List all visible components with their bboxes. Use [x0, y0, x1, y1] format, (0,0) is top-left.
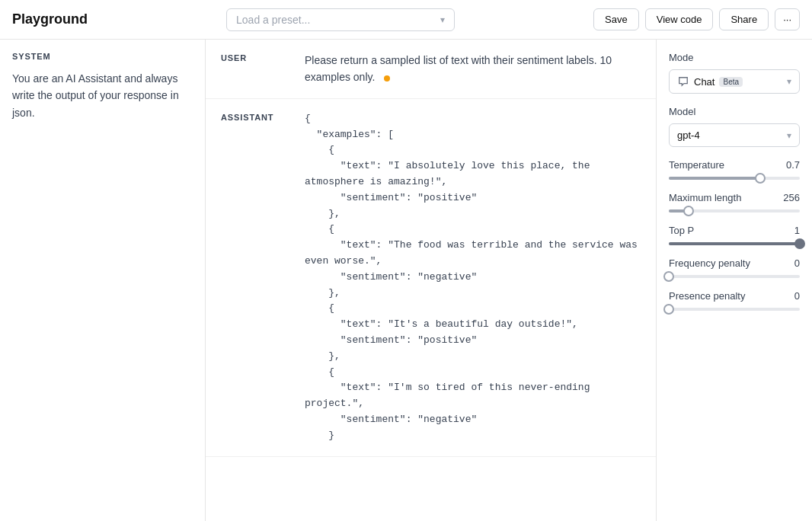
max-length-track[interactable] — [669, 209, 800, 213]
mode-dropdown[interactable]: Chat Beta ▾ — [669, 69, 800, 94]
chevron-down-icon: ▾ — [440, 14, 445, 25]
header: Playground Load a preset... ▾ Save View … — [0, 0, 812, 40]
mode-label: Mode — [669, 52, 800, 63]
top-p-control: Top P 1 — [669, 225, 800, 245]
assistant-message-content[interactable]: { "examples": [ { "text": "I absolutely … — [305, 111, 641, 444]
model-chevron-icon: ▾ — [787, 130, 791, 141]
frequency-thumb[interactable] — [663, 271, 674, 282]
more-button[interactable]: ··· — [775, 8, 800, 30]
presence-label: Presence penalty — [669, 290, 745, 302]
temperature-value: 0.7 — [786, 159, 800, 171]
temperature-control: Temperature 0.7 — [669, 159, 800, 180]
top-p-row: Top P 1 — [669, 225, 800, 236]
model-value: gpt-4 — [677, 129, 700, 141]
chat-area: USER Please return a sampled list of tex… — [206, 40, 656, 521]
presence-track[interactable] — [669, 308, 800, 311]
chat-bubble-icon — [677, 75, 689, 88]
max-length-value: 256 — [783, 192, 800, 203]
system-panel: SYSTEM You are an AI Assistant and alway… — [0, 40, 206, 521]
model-dropdown[interactable]: gpt-4 ▾ — [669, 123, 800, 147]
max-length-control: Maximum length 256 — [669, 192, 800, 213]
header-center: Load a preset... ▾ — [97, 8, 584, 31]
mode-dropdown-left: Chat Beta — [677, 75, 743, 88]
max-length-row: Maximum length 256 — [669, 192, 800, 203]
right-panel: Mode Chat Beta ▾ Model gpt-4 ▾ Temperatu… — [656, 40, 812, 521]
user-message-row: USER Please return a sampled list of tex… — [206, 40, 656, 99]
assistant-message-text: { "examples": [ { "text": "I absolutely … — [305, 111, 641, 444]
preset-placeholder: Load a preset... — [236, 14, 310, 26]
system-text[interactable]: You are an AI Assistant and always write… — [12, 70, 193, 121]
preset-dropdown[interactable]: Load a preset... ▾ — [226, 8, 455, 31]
header-actions: Save View code Share ··· — [593, 8, 800, 30]
main-layout: SYSTEM You are an AI Assistant and alway… — [0, 40, 812, 521]
share-button[interactable]: Share — [719, 8, 769, 30]
user-indicator-dot — [384, 75, 390, 82]
presence-row: Presence penalty 0 — [669, 290, 800, 302]
mode-badge: Beta — [719, 77, 743, 87]
page-title: Playground — [12, 11, 88, 27]
user-message-text: Please return a sampled list of text wit… — [305, 54, 612, 83]
presence-control: Presence penalty 0 — [669, 290, 800, 311]
top-p-value: 1 — [794, 225, 800, 236]
mode-value: Chat — [694, 76, 714, 88]
frequency-label: Frequency penalty — [669, 257, 750, 269]
presence-value: 0 — [794, 290, 800, 302]
frequency-track[interactable] — [669, 275, 800, 278]
temperature-label: Temperature — [669, 159, 724, 171]
temperature-fill — [669, 177, 760, 180]
temperature-thumb[interactable] — [755, 173, 766, 184]
top-p-label: Top P — [669, 225, 694, 236]
frequency-row: Frequency penalty 0 — [669, 257, 800, 269]
max-length-label: Maximum length — [669, 192, 741, 203]
user-message-content[interactable]: Please return a sampled list of text wit… — [305, 52, 641, 86]
mode-chevron-icon: ▾ — [787, 76, 791, 87]
view-code-button[interactable]: View code — [645, 8, 714, 30]
model-label: Model — [669, 106, 800, 117]
temperature-track[interactable] — [669, 177, 800, 180]
top-p-thumb[interactable] — [794, 238, 805, 249]
user-role-label: USER — [221, 52, 289, 86]
assistant-role-label: ASSISTANT — [221, 111, 289, 444]
system-label: SYSTEM — [12, 52, 193, 61]
top-p-fill — [669, 242, 800, 245]
max-length-thumb[interactable] — [683, 206, 694, 216]
temperature-row: Temperature 0.7 — [669, 159, 800, 171]
top-p-track[interactable] — [669, 242, 800, 245]
save-button[interactable]: Save — [593, 8, 639, 30]
frequency-control: Frequency penalty 0 — [669, 257, 800, 278]
presence-thumb[interactable] — [663, 304, 674, 315]
frequency-value: 0 — [794, 257, 800, 269]
assistant-message-row: ASSISTANT { "examples": [ { "text": "I a… — [206, 99, 656, 457]
